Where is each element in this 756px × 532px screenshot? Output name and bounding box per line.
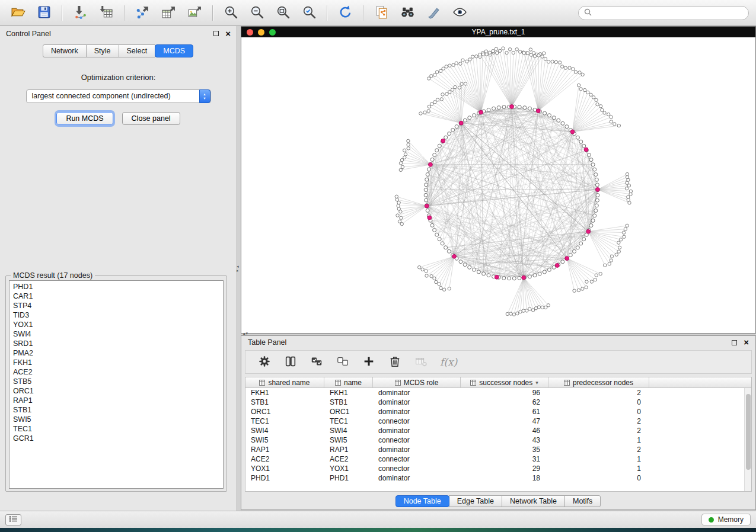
result-item[interactable]: SRD1 xyxy=(9,339,223,348)
export-network-button[interactable] xyxy=(132,3,153,23)
tab-node-table[interactable]: Node Table xyxy=(395,495,449,507)
result-item[interactable]: STP4 xyxy=(9,301,223,310)
show-hide-button[interactable] xyxy=(449,3,470,23)
tab-network[interactable]: Network xyxy=(43,44,87,57)
table-row[interactable]: STB1STB1dominator620 xyxy=(245,398,751,407)
result-item[interactable]: CAR1 xyxy=(9,291,223,301)
memory-button[interactable]: Memory xyxy=(701,514,751,525)
result-item[interactable]: TEC1 xyxy=(9,424,223,434)
duplicate-network-button[interactable] xyxy=(371,3,392,23)
window-minimize-icon[interactable] xyxy=(258,29,264,36)
tab-mcds[interactable]: MCDS xyxy=(155,44,193,57)
import-network-button[interactable] xyxy=(69,3,91,23)
chevron-down-icon[interactable]: ▾ xyxy=(535,380,538,386)
open-file-button[interactable] xyxy=(7,3,28,23)
table-row[interactable]: RAP1RAP1dominator352 xyxy=(245,445,751,454)
tab-edge-table[interactable]: Edge Table xyxy=(449,495,502,507)
toolbar-separator xyxy=(124,5,125,21)
close-panel-icon[interactable]: × xyxy=(744,339,749,345)
run-mcds-button[interactable]: Run MCDS xyxy=(56,112,113,125)
result-item[interactable]: SWI4 xyxy=(9,329,223,339)
result-item[interactable]: SWI5 xyxy=(9,415,223,424)
table-row[interactable]: ORC1ORC1dominator610 xyxy=(245,407,751,416)
table-cell: 47 xyxy=(461,417,548,425)
mcds-result-list[interactable]: PHD1CAR1STP4TID3YOX1SWI4SRD1PMA2FKH1ACE2… xyxy=(9,280,224,489)
tab-select[interactable]: Select xyxy=(119,44,156,57)
tab-motifs[interactable]: Motifs xyxy=(564,495,601,507)
float-panel-icon[interactable] xyxy=(213,31,219,36)
delete-column-button[interactable] xyxy=(388,355,401,369)
zoom-selected-button[interactable] xyxy=(298,3,320,23)
tab-style[interactable]: Style xyxy=(86,44,119,57)
export-network-icon xyxy=(135,5,150,21)
result-item[interactable]: TID3 xyxy=(9,310,223,320)
criterion-dropdown[interactable]: largest connected component (undirected)… xyxy=(26,89,211,103)
column-header-name[interactable]: name xyxy=(324,377,373,387)
search-icon xyxy=(584,8,592,18)
search-box[interactable] xyxy=(578,6,749,20)
column-header-predecessor-nodes[interactable]: predecessor nodes xyxy=(548,377,649,387)
table-row[interactable]: FKH1FKH1dominator962 xyxy=(245,388,751,398)
table-row[interactable]: TEC1TEC1connector472 xyxy=(245,416,751,426)
result-item[interactable]: STB5 xyxy=(9,377,223,386)
tab-network-table[interactable]: Network Table xyxy=(502,495,565,507)
window-close-icon[interactable] xyxy=(247,29,253,36)
refresh-button[interactable] xyxy=(334,3,356,23)
first-neighbors-button[interactable] xyxy=(397,3,418,23)
binoculars-icon xyxy=(400,5,415,21)
column-header-successor-nodes[interactable]: successor nodes▾ xyxy=(461,377,548,387)
close-panel-button[interactable]: Close panel xyxy=(122,112,180,125)
import-table-button[interactable] xyxy=(95,3,117,23)
table-row[interactable]: SWI5SWI5connector431 xyxy=(245,435,751,445)
table-cell: 2 xyxy=(548,427,649,435)
result-item[interactable]: STB1 xyxy=(9,405,223,415)
table-cell: 2 xyxy=(548,446,649,454)
table-row[interactable]: ACE2ACE2connector311 xyxy=(245,454,751,464)
close-panel-icon[interactable]: × xyxy=(225,31,231,37)
annotation-button[interactable] xyxy=(423,3,444,23)
table-row[interactable]: SWI4SWI4dominator462 xyxy=(245,426,751,435)
network-canvas[interactable] xyxy=(241,37,755,333)
add-column-button[interactable] xyxy=(362,355,375,369)
show-columns-button[interactable] xyxy=(283,355,297,369)
table-cell: dominator xyxy=(373,446,461,454)
zoom-fit-button[interactable] xyxy=(272,3,294,23)
result-item[interactable]: ACE2 xyxy=(9,367,223,377)
column-header-shared-name[interactable]: shared name xyxy=(245,377,324,387)
result-item[interactable]: YOX1 xyxy=(9,320,223,329)
table-cell: SWI4 xyxy=(245,427,324,435)
control-panel-title: Control Panel xyxy=(6,30,51,38)
table-cell: connector xyxy=(373,455,461,463)
table-body: FKH1FKH1dominator962STB1STB1dominator620… xyxy=(245,388,751,483)
table-row[interactable]: YOX1YOX1connector291 xyxy=(245,464,751,473)
unselect-all-button[interactable] xyxy=(336,355,349,369)
task-history-button[interactable] xyxy=(5,514,21,525)
result-item[interactable]: GCR1 xyxy=(9,434,223,443)
result-item[interactable]: PHD1 xyxy=(9,282,223,291)
network-titlebar[interactable]: YPA_prune.txt_1 xyxy=(241,27,755,37)
zoom-in-button[interactable] xyxy=(220,3,241,23)
table-row[interactable]: PHD1PHD1dominator180 xyxy=(245,473,751,483)
dropdown-stepper-icon[interactable]: ▲▼ xyxy=(199,89,210,103)
main-toolbar xyxy=(0,0,756,26)
scrollbar-thumb[interactable] xyxy=(746,394,751,470)
result-item[interactable]: PMA2 xyxy=(9,348,223,358)
save-button[interactable] xyxy=(33,3,55,23)
zoom-out-button[interactable] xyxy=(246,3,267,23)
float-panel-icon[interactable] xyxy=(732,340,737,345)
export-image-button[interactable] xyxy=(184,3,205,23)
select-all-icon xyxy=(310,355,323,370)
result-item[interactable]: FKH1 xyxy=(9,358,223,367)
column-header-MCDS-role[interactable]: MCDS role xyxy=(373,377,461,387)
table-settings-button[interactable] xyxy=(257,355,271,369)
splitter-collapse-icons[interactable]: ◂▸ xyxy=(237,264,239,273)
search-input[interactable] xyxy=(595,9,743,17)
export-table-button[interactable] xyxy=(158,3,179,23)
result-item[interactable]: ORC1 xyxy=(9,386,223,396)
select-all-button[interactable] xyxy=(310,355,323,369)
window-maximize-icon[interactable] xyxy=(269,29,276,36)
toolbar-separator xyxy=(212,5,213,21)
result-item[interactable]: RAP1 xyxy=(9,396,223,405)
table-scrollbar[interactable] xyxy=(744,388,751,491)
gear-icon xyxy=(258,355,271,370)
